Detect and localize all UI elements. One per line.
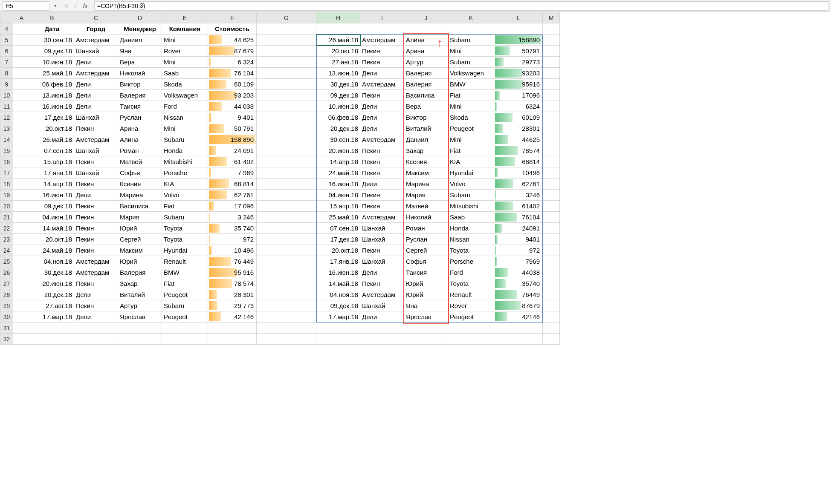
- cell[interactable]: 20.июн.18: [316, 145, 360, 156]
- cell[interactable]: Артур: [118, 300, 162, 311]
- cell[interactable]: Nissan: [448, 234, 494, 245]
- cell[interactable]: 30.дек.18: [30, 267, 74, 278]
- cell[interactable]: [13, 334, 30, 345]
- cell[interactable]: 76104: [494, 212, 543, 223]
- cell[interactable]: Валерия: [404, 79, 448, 90]
- column-header-A[interactable]: A: [13, 12, 30, 23]
- cell[interactable]: Saab: [162, 68, 208, 79]
- cell[interactable]: [404, 334, 448, 345]
- cell[interactable]: Дели: [74, 190, 118, 201]
- row-header-18[interactable]: 18: [0, 179, 13, 190]
- cell[interactable]: 17.мар.18: [316, 311, 360, 323]
- cell[interactable]: Дели: [360, 112, 404, 123]
- cell[interactable]: Subaru: [162, 300, 208, 311]
- cell[interactable]: 27.авг.18: [316, 57, 360, 68]
- cell[interactable]: 04.июн.18: [30, 212, 74, 223]
- cell[interactable]: Виталий: [118, 289, 162, 300]
- cell[interactable]: Toyota: [162, 223, 208, 234]
- cell[interactable]: BMW: [162, 267, 208, 278]
- cell[interactable]: 20.окт.18: [316, 245, 360, 256]
- cell[interactable]: Renault: [162, 256, 208, 267]
- cell[interactable]: Пекин: [74, 234, 118, 245]
- cell[interactable]: Дели: [74, 79, 118, 90]
- cell[interactable]: [257, 190, 316, 201]
- cell[interactable]: Пекин: [360, 278, 404, 289]
- cell[interactable]: Матвей: [404, 201, 448, 212]
- cell[interactable]: Honda: [448, 223, 494, 234]
- cell[interactable]: 04.июн.18: [316, 190, 360, 201]
- cell[interactable]: [13, 112, 30, 123]
- cell[interactable]: Шанхай: [74, 167, 118, 179]
- cell[interactable]: Сергей: [404, 245, 448, 256]
- cell[interactable]: Пекин: [360, 57, 404, 68]
- cell[interactable]: 60 109: [208, 79, 257, 90]
- cell[interactable]: Пекин: [74, 223, 118, 234]
- cell[interactable]: [543, 179, 560, 190]
- cell[interactable]: Ксения: [404, 156, 448, 167]
- cell[interactable]: Subaru: [162, 212, 208, 223]
- cell[interactable]: Алина: [118, 134, 162, 145]
- cell[interactable]: [30, 334, 74, 345]
- cell[interactable]: [360, 334, 404, 345]
- cell[interactable]: [13, 245, 30, 256]
- column-header-L[interactable]: L: [494, 12, 543, 23]
- cell[interactable]: [404, 23, 448, 35]
- cell[interactable]: Пекин: [74, 123, 118, 134]
- cell[interactable]: Алина: [404, 35, 448, 46]
- row-header-20[interactable]: 20: [0, 201, 13, 212]
- cell[interactable]: Софья: [404, 256, 448, 267]
- cell[interactable]: KIA: [162, 179, 208, 190]
- cell[interactable]: 17.дек.18: [316, 234, 360, 245]
- cell[interactable]: [543, 134, 560, 145]
- cell[interactable]: 17.мар.18: [30, 311, 74, 323]
- cell[interactable]: Шанхай: [360, 234, 404, 245]
- cell[interactable]: [162, 323, 208, 334]
- cell[interactable]: [257, 334, 316, 345]
- cell[interactable]: [162, 334, 208, 345]
- cell[interactable]: Honda: [162, 145, 208, 156]
- cell[interactable]: 06.фев.18: [316, 112, 360, 123]
- cell[interactable]: [13, 179, 30, 190]
- cell[interactable]: 25.май.18: [316, 212, 360, 223]
- formula-input[interactable]: =СОРТ(B5:F30;3): [94, 1, 828, 11]
- cell[interactable]: Сергей: [118, 234, 162, 245]
- cell[interactable]: 972: [208, 234, 257, 245]
- cell[interactable]: 7 969: [208, 167, 257, 179]
- cell[interactable]: [257, 278, 316, 289]
- cell[interactable]: [257, 90, 316, 101]
- cell[interactable]: Ford: [162, 101, 208, 112]
- cell[interactable]: Пекин: [74, 201, 118, 212]
- cell[interactable]: Амстердам: [360, 35, 404, 46]
- cell[interactable]: [543, 334, 560, 345]
- cell[interactable]: Роман: [404, 223, 448, 234]
- cell[interactable]: [494, 334, 543, 345]
- cell[interactable]: Юрий: [118, 223, 162, 234]
- column-header-J[interactable]: J: [404, 12, 448, 23]
- column-header-E[interactable]: E: [162, 12, 208, 23]
- cell[interactable]: [494, 323, 543, 334]
- cell[interactable]: Таисия: [404, 267, 448, 278]
- cell[interactable]: 3246: [494, 190, 543, 201]
- cell[interactable]: [208, 334, 257, 345]
- cell[interactable]: Яна: [404, 300, 448, 311]
- insert-function-icon[interactable]: fx: [81, 1, 90, 11]
- cell[interactable]: 25.май.18: [30, 68, 74, 79]
- cell[interactable]: Шанхай: [74, 112, 118, 123]
- confirm-formula-icon[interactable]: ✓: [71, 1, 81, 11]
- cell[interactable]: Subaru: [448, 35, 494, 46]
- cell[interactable]: Руслан: [404, 234, 448, 245]
- cell[interactable]: [257, 179, 316, 190]
- cell[interactable]: [543, 79, 560, 90]
- cell[interactable]: [543, 57, 560, 68]
- cell[interactable]: Валерия: [118, 267, 162, 278]
- worksheet[interactable]: ABCDEFGHIJKLM4ДатаГородМенеджерКомпанияС…: [0, 12, 831, 345]
- cell[interactable]: [257, 35, 316, 46]
- cell[interactable]: 28301: [494, 123, 543, 134]
- cell[interactable]: Амстердам: [74, 256, 118, 267]
- cell[interactable]: [257, 123, 316, 134]
- cell[interactable]: 20.дек.18: [316, 123, 360, 134]
- cell[interactable]: [543, 35, 560, 46]
- row-header-8[interactable]: 8: [0, 68, 13, 79]
- select-all-corner[interactable]: [0, 12, 13, 23]
- cell[interactable]: Mini: [448, 46, 494, 57]
